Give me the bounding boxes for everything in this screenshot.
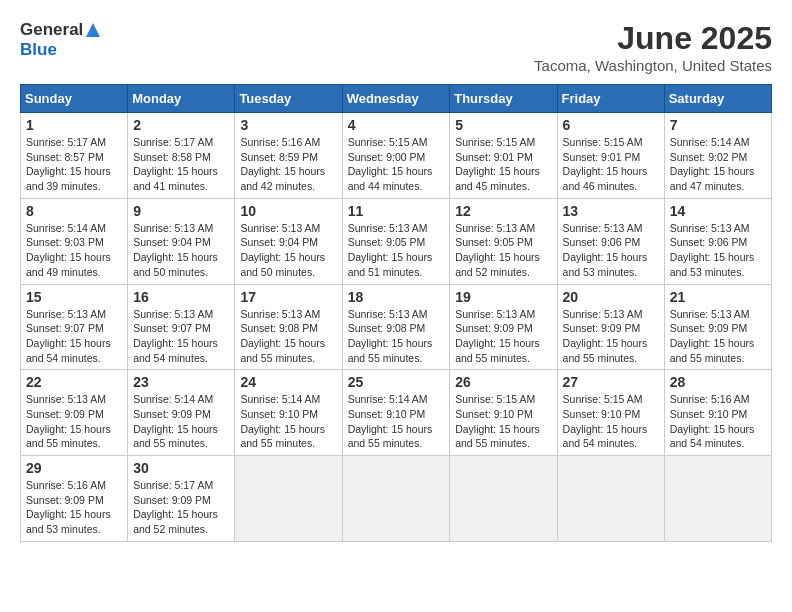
- location-title: Tacoma, Washington, United States: [534, 57, 772, 74]
- day-number: 27: [563, 374, 659, 390]
- day-number: 9: [133, 203, 229, 219]
- day-info: Sunrise: 5:14 AMSunset: 9:02 PMDaylight:…: [670, 135, 766, 194]
- day-number: 24: [240, 374, 336, 390]
- day-number: 19: [455, 289, 551, 305]
- col-friday: Friday: [557, 85, 664, 113]
- day-info: Sunrise: 5:13 AMSunset: 9:09 PMDaylight:…: [26, 392, 122, 451]
- day-info: Sunrise: 5:15 AMSunset: 9:10 PMDaylight:…: [563, 392, 659, 451]
- calendar-cell: 26Sunrise: 5:15 AMSunset: 9:10 PMDayligh…: [450, 370, 557, 456]
- svg-marker-0: [86, 23, 100, 37]
- calendar-cell: 17Sunrise: 5:13 AMSunset: 9:08 PMDayligh…: [235, 284, 342, 370]
- calendar-cell: 18Sunrise: 5:13 AMSunset: 9:08 PMDayligh…: [342, 284, 450, 370]
- day-info: Sunrise: 5:16 AMSunset: 8:59 PMDaylight:…: [240, 135, 336, 194]
- day-number: 17: [240, 289, 336, 305]
- day-number: 3: [240, 117, 336, 133]
- day-info: Sunrise: 5:13 AMSunset: 9:07 PMDaylight:…: [26, 307, 122, 366]
- logo-icon: [84, 21, 102, 39]
- month-title: June 2025: [534, 20, 772, 57]
- day-info: Sunrise: 5:13 AMSunset: 9:07 PMDaylight:…: [133, 307, 229, 366]
- day-info: Sunrise: 5:17 AMSunset: 9:09 PMDaylight:…: [133, 478, 229, 537]
- calendar-week-0: 1Sunrise: 5:17 AMSunset: 8:57 PMDaylight…: [21, 113, 772, 199]
- day-info: Sunrise: 5:16 AMSunset: 9:09 PMDaylight:…: [26, 478, 122, 537]
- day-info: Sunrise: 5:13 AMSunset: 9:08 PMDaylight:…: [348, 307, 445, 366]
- day-info: Sunrise: 5:17 AMSunset: 8:57 PMDaylight:…: [26, 135, 122, 194]
- calendar-cell: 16Sunrise: 5:13 AMSunset: 9:07 PMDayligh…: [128, 284, 235, 370]
- calendar-cell: [235, 456, 342, 542]
- day-number: 15: [26, 289, 122, 305]
- day-info: Sunrise: 5:17 AMSunset: 8:58 PMDaylight:…: [133, 135, 229, 194]
- calendar-cell: 19Sunrise: 5:13 AMSunset: 9:09 PMDayligh…: [450, 284, 557, 370]
- day-info: Sunrise: 5:16 AMSunset: 9:10 PMDaylight:…: [670, 392, 766, 451]
- header: General Blue June 2025 Tacoma, Washingto…: [20, 20, 772, 74]
- calendar-cell: 20Sunrise: 5:13 AMSunset: 9:09 PMDayligh…: [557, 284, 664, 370]
- calendar-cell: 21Sunrise: 5:13 AMSunset: 9:09 PMDayligh…: [664, 284, 771, 370]
- day-number: 2: [133, 117, 229, 133]
- calendar-cell: 11Sunrise: 5:13 AMSunset: 9:05 PMDayligh…: [342, 198, 450, 284]
- calendar-cell: 6Sunrise: 5:15 AMSunset: 9:01 PMDaylight…: [557, 113, 664, 199]
- day-info: Sunrise: 5:14 AMSunset: 9:10 PMDaylight:…: [240, 392, 336, 451]
- calendar-cell: 2Sunrise: 5:17 AMSunset: 8:58 PMDaylight…: [128, 113, 235, 199]
- day-info: Sunrise: 5:14 AMSunset: 9:09 PMDaylight:…: [133, 392, 229, 451]
- day-number: 28: [670, 374, 766, 390]
- day-number: 10: [240, 203, 336, 219]
- day-info: Sunrise: 5:13 AMSunset: 9:05 PMDaylight:…: [348, 221, 445, 280]
- day-number: 20: [563, 289, 659, 305]
- calendar-cell: 27Sunrise: 5:15 AMSunset: 9:10 PMDayligh…: [557, 370, 664, 456]
- calendar-cell: 28Sunrise: 5:16 AMSunset: 9:10 PMDayligh…: [664, 370, 771, 456]
- day-number: 4: [348, 117, 445, 133]
- day-number: 22: [26, 374, 122, 390]
- calendar-cell: 25Sunrise: 5:14 AMSunset: 9:10 PMDayligh…: [342, 370, 450, 456]
- calendar-week-3: 22Sunrise: 5:13 AMSunset: 9:09 PMDayligh…: [21, 370, 772, 456]
- calendar-cell: 5Sunrise: 5:15 AMSunset: 9:01 PMDaylight…: [450, 113, 557, 199]
- day-info: Sunrise: 5:15 AMSunset: 9:01 PMDaylight:…: [563, 135, 659, 194]
- day-number: 29: [26, 460, 122, 476]
- col-saturday: Saturday: [664, 85, 771, 113]
- col-wednesday: Wednesday: [342, 85, 450, 113]
- logo-general: General: [20, 20, 83, 40]
- day-info: Sunrise: 5:13 AMSunset: 9:04 PMDaylight:…: [240, 221, 336, 280]
- calendar-cell: 7Sunrise: 5:14 AMSunset: 9:02 PMDaylight…: [664, 113, 771, 199]
- day-info: Sunrise: 5:13 AMSunset: 9:09 PMDaylight:…: [563, 307, 659, 366]
- day-info: Sunrise: 5:13 AMSunset: 9:08 PMDaylight:…: [240, 307, 336, 366]
- calendar-body: 1Sunrise: 5:17 AMSunset: 8:57 PMDaylight…: [21, 113, 772, 542]
- day-number: 14: [670, 203, 766, 219]
- calendar-cell: 8Sunrise: 5:14 AMSunset: 9:03 PMDaylight…: [21, 198, 128, 284]
- logo: General Blue: [20, 20, 103, 60]
- day-number: 18: [348, 289, 445, 305]
- logo-blue: Blue: [20, 40, 57, 59]
- calendar-week-2: 15Sunrise: 5:13 AMSunset: 9:07 PMDayligh…: [21, 284, 772, 370]
- calendar-cell: 14Sunrise: 5:13 AMSunset: 9:06 PMDayligh…: [664, 198, 771, 284]
- col-thursday: Thursday: [450, 85, 557, 113]
- calendar-cell: 9Sunrise: 5:13 AMSunset: 9:04 PMDaylight…: [128, 198, 235, 284]
- day-info: Sunrise: 5:13 AMSunset: 9:06 PMDaylight:…: [670, 221, 766, 280]
- day-info: Sunrise: 5:13 AMSunset: 9:04 PMDaylight:…: [133, 221, 229, 280]
- calendar-cell: 12Sunrise: 5:13 AMSunset: 9:05 PMDayligh…: [450, 198, 557, 284]
- calendar-cell: [664, 456, 771, 542]
- day-number: 11: [348, 203, 445, 219]
- day-number: 5: [455, 117, 551, 133]
- day-number: 13: [563, 203, 659, 219]
- day-info: Sunrise: 5:13 AMSunset: 9:09 PMDaylight:…: [455, 307, 551, 366]
- calendar-cell: [342, 456, 450, 542]
- day-number: 1: [26, 117, 122, 133]
- calendar-cell: [450, 456, 557, 542]
- calendar-cell: 30Sunrise: 5:17 AMSunset: 9:09 PMDayligh…: [128, 456, 235, 542]
- day-info: Sunrise: 5:15 AMSunset: 9:00 PMDaylight:…: [348, 135, 445, 194]
- day-number: 7: [670, 117, 766, 133]
- day-info: Sunrise: 5:15 AMSunset: 9:01 PMDaylight:…: [455, 135, 551, 194]
- day-info: Sunrise: 5:13 AMSunset: 9:06 PMDaylight:…: [563, 221, 659, 280]
- day-number: 12: [455, 203, 551, 219]
- title-area: June 2025 Tacoma, Washington, United Sta…: [534, 20, 772, 74]
- day-number: 30: [133, 460, 229, 476]
- calendar-cell: 15Sunrise: 5:13 AMSunset: 9:07 PMDayligh…: [21, 284, 128, 370]
- calendar-cell: 1Sunrise: 5:17 AMSunset: 8:57 PMDaylight…: [21, 113, 128, 199]
- day-info: Sunrise: 5:14 AMSunset: 9:03 PMDaylight:…: [26, 221, 122, 280]
- col-tuesday: Tuesday: [235, 85, 342, 113]
- calendar-cell: 23Sunrise: 5:14 AMSunset: 9:09 PMDayligh…: [128, 370, 235, 456]
- day-info: Sunrise: 5:14 AMSunset: 9:10 PMDaylight:…: [348, 392, 445, 451]
- day-number: 21: [670, 289, 766, 305]
- calendar-cell: 29Sunrise: 5:16 AMSunset: 9:09 PMDayligh…: [21, 456, 128, 542]
- calendar-cell: 22Sunrise: 5:13 AMSunset: 9:09 PMDayligh…: [21, 370, 128, 456]
- calendar-header-row: Sunday Monday Tuesday Wednesday Thursday…: [21, 85, 772, 113]
- day-number: 26: [455, 374, 551, 390]
